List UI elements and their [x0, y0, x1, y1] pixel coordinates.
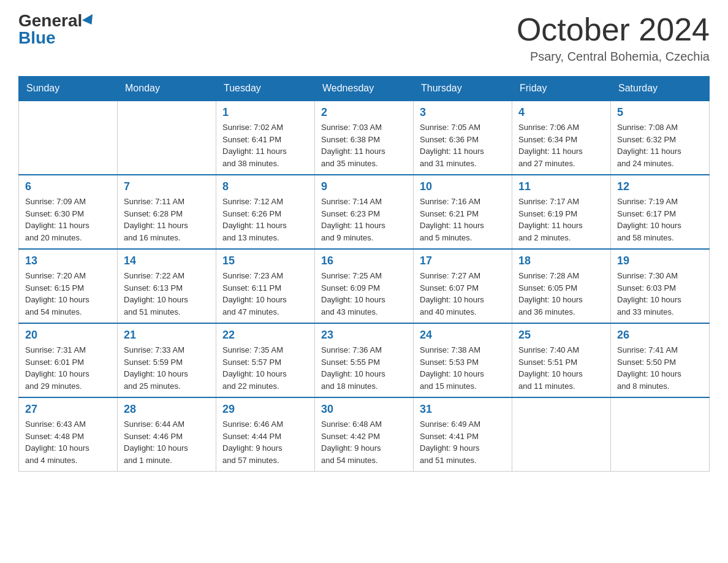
day-info: Sunrise: 7:11 AM Sunset: 6:28 PM Dayligh…: [124, 196, 210, 243]
day-info: Sunrise: 7:38 AM Sunset: 5:53 PM Dayligh…: [420, 344, 506, 392]
day-number: 22: [222, 329, 308, 342]
calendar-cell: 15Sunrise: 7:23 AM Sunset: 6:11 PM Dayli…: [216, 249, 315, 323]
day-info: Sunrise: 7:12 AM Sunset: 6:26 PM Dayligh…: [222, 196, 308, 243]
title-area: October 2024 Psary, Central Bohemia, Cze…: [517, 12, 710, 64]
calendar-table: SundayMondayTuesdayWednesdayThursdayFrid…: [18, 76, 710, 472]
week-row-4: 20Sunrise: 7:31 AM Sunset: 6:01 PM Dayli…: [19, 323, 710, 397]
weekday-header-thursday: Thursday: [414, 77, 512, 101]
logo: General Blue: [18, 12, 96, 47]
day-info: Sunrise: 7:22 AM Sunset: 6:13 PM Dayligh…: [124, 270, 210, 318]
calendar-cell: [611, 397, 710, 472]
day-info: Sunrise: 7:08 AM Sunset: 6:32 PM Dayligh…: [617, 121, 703, 169]
calendar-cell: 4Sunrise: 7:06 AM Sunset: 6:34 PM Daylig…: [512, 101, 611, 175]
calendar-cell: 16Sunrise: 7:25 AM Sunset: 6:09 PM Dayli…: [315, 249, 414, 323]
day-number: 16: [321, 255, 407, 267]
calendar-cell: 21Sunrise: 7:33 AM Sunset: 5:59 PM Dayli…: [118, 323, 216, 397]
day-number: 9: [321, 180, 407, 193]
day-number: 23: [321, 329, 407, 342]
day-info: Sunrise: 7:03 AM Sunset: 6:38 PM Dayligh…: [321, 121, 407, 169]
calendar-cell: 8Sunrise: 7:12 AM Sunset: 6:26 PM Daylig…: [216, 175, 315, 249]
day-number: 19: [617, 255, 703, 267]
day-info: Sunrise: 7:02 AM Sunset: 6:41 PM Dayligh…: [222, 121, 308, 169]
logo-blue-text: Blue: [18, 29, 56, 47]
day-number: 2: [321, 106, 407, 119]
calendar-cell: [118, 101, 216, 175]
calendar-cell: 2Sunrise: 7:03 AM Sunset: 6:38 PM Daylig…: [315, 101, 414, 175]
day-info: Sunrise: 7:14 AM Sunset: 6:23 PM Dayligh…: [321, 196, 407, 243]
day-info: Sunrise: 7:40 AM Sunset: 5:51 PM Dayligh…: [518, 344, 604, 392]
day-info: Sunrise: 7:20 AM Sunset: 6:15 PM Dayligh…: [25, 270, 111, 318]
calendar-cell: 3Sunrise: 7:05 AM Sunset: 6:36 PM Daylig…: [414, 101, 512, 175]
calendar-cell: 13Sunrise: 7:20 AM Sunset: 6:15 PM Dayli…: [19, 249, 118, 323]
day-info: Sunrise: 6:46 AM Sunset: 4:44 PM Dayligh…: [222, 418, 308, 466]
day-info: Sunrise: 6:44 AM Sunset: 4:46 PM Dayligh…: [124, 418, 210, 466]
day-info: Sunrise: 7:35 AM Sunset: 5:57 PM Dayligh…: [222, 344, 308, 392]
calendar-cell: 1Sunrise: 7:02 AM Sunset: 6:41 PM Daylig…: [216, 101, 315, 175]
day-number: 28: [124, 403, 210, 416]
day-info: Sunrise: 7:36 AM Sunset: 5:55 PM Dayligh…: [321, 344, 407, 392]
calendar-cell: 23Sunrise: 7:36 AM Sunset: 5:55 PM Dayli…: [315, 323, 414, 397]
calendar-cell: 19Sunrise: 7:30 AM Sunset: 6:03 PM Dayli…: [611, 249, 710, 323]
day-info: Sunrise: 7:30 AM Sunset: 6:03 PM Dayligh…: [617, 270, 703, 318]
day-number: 25: [518, 329, 604, 342]
day-number: 7: [124, 180, 210, 193]
day-number: 31: [420, 403, 506, 416]
weekday-header-saturday: Saturday: [611, 77, 710, 101]
calendar-cell: 20Sunrise: 7:31 AM Sunset: 6:01 PM Dayli…: [19, 323, 118, 397]
calendar-cell: [19, 101, 118, 175]
calendar-cell: 6Sunrise: 7:09 AM Sunset: 6:30 PM Daylig…: [19, 175, 118, 249]
day-info: Sunrise: 7:09 AM Sunset: 6:30 PM Dayligh…: [25, 196, 111, 243]
day-number: 26: [617, 329, 703, 342]
day-number: 8: [222, 180, 308, 193]
day-info: Sunrise: 7:28 AM Sunset: 6:05 PM Dayligh…: [518, 270, 604, 318]
calendar-cell: 14Sunrise: 7:22 AM Sunset: 6:13 PM Dayli…: [118, 249, 216, 323]
day-number: 1: [222, 106, 308, 119]
logo-triangle-icon: [82, 14, 97, 28]
day-number: 15: [222, 255, 308, 267]
weekday-header-friday: Friday: [512, 77, 611, 101]
calendar-cell: 31Sunrise: 6:49 AM Sunset: 4:41 PM Dayli…: [414, 397, 512, 472]
day-number: 17: [420, 255, 506, 267]
day-info: Sunrise: 7:19 AM Sunset: 6:17 PM Dayligh…: [617, 196, 703, 243]
calendar-cell: 12Sunrise: 7:19 AM Sunset: 6:17 PM Dayli…: [611, 175, 710, 249]
day-number: 20: [25, 329, 111, 342]
calendar-cell: 7Sunrise: 7:11 AM Sunset: 6:28 PM Daylig…: [118, 175, 216, 249]
day-number: 4: [518, 106, 604, 119]
calendar-cell: 17Sunrise: 7:27 AM Sunset: 6:07 PM Dayli…: [414, 249, 512, 323]
week-row-2: 6Sunrise: 7:09 AM Sunset: 6:30 PM Daylig…: [19, 175, 710, 249]
day-info: Sunrise: 7:33 AM Sunset: 5:59 PM Dayligh…: [124, 344, 210, 392]
day-number: 5: [617, 106, 703, 119]
day-number: 6: [25, 180, 111, 193]
calendar-cell: 30Sunrise: 6:48 AM Sunset: 4:42 PM Dayli…: [315, 397, 414, 472]
day-number: 30: [321, 403, 407, 416]
calendar-cell: 11Sunrise: 7:17 AM Sunset: 6:19 PM Dayli…: [512, 175, 611, 249]
weekday-header-sunday: Sunday: [19, 77, 118, 101]
day-info: Sunrise: 6:43 AM Sunset: 4:48 PM Dayligh…: [25, 418, 111, 466]
day-number: 24: [420, 329, 506, 342]
calendar-cell: 9Sunrise: 7:14 AM Sunset: 6:23 PM Daylig…: [315, 175, 414, 249]
day-number: 29: [222, 403, 308, 416]
calendar-cell: [512, 397, 611, 472]
day-number: 27: [25, 403, 111, 416]
day-info: Sunrise: 7:23 AM Sunset: 6:11 PM Dayligh…: [222, 270, 308, 318]
day-info: Sunrise: 7:25 AM Sunset: 6:09 PM Dayligh…: [321, 270, 407, 318]
calendar-cell: 25Sunrise: 7:40 AM Sunset: 5:51 PM Dayli…: [512, 323, 611, 397]
day-info: Sunrise: 7:31 AM Sunset: 6:01 PM Dayligh…: [25, 344, 111, 392]
day-info: Sunrise: 7:16 AM Sunset: 6:21 PM Dayligh…: [420, 196, 506, 243]
day-info: Sunrise: 7:05 AM Sunset: 6:36 PM Dayligh…: [420, 121, 506, 169]
day-info: Sunrise: 7:06 AM Sunset: 6:34 PM Dayligh…: [518, 121, 604, 169]
weekday-header-wednesday: Wednesday: [315, 77, 414, 101]
location-text: Psary, Central Bohemia, Czechia: [517, 50, 710, 64]
day-info: Sunrise: 7:27 AM Sunset: 6:07 PM Dayligh…: [420, 270, 506, 318]
day-number: 13: [25, 255, 111, 267]
month-title: October 2024: [517, 12, 710, 47]
day-info: Sunrise: 7:41 AM Sunset: 5:50 PM Dayligh…: [617, 344, 703, 392]
day-info: Sunrise: 7:17 AM Sunset: 6:19 PM Dayligh…: [518, 196, 604, 243]
calendar-cell: 18Sunrise: 7:28 AM Sunset: 6:05 PM Dayli…: [512, 249, 611, 323]
day-number: 3: [420, 106, 506, 119]
day-number: 11: [518, 180, 604, 193]
weekday-header-monday: Monday: [118, 77, 216, 101]
calendar-cell: 10Sunrise: 7:16 AM Sunset: 6:21 PM Dayli…: [414, 175, 512, 249]
calendar-header-row: SundayMondayTuesdayWednesdayThursdayFrid…: [19, 77, 710, 101]
calendar-cell: 24Sunrise: 7:38 AM Sunset: 5:53 PM Dayli…: [414, 323, 512, 397]
